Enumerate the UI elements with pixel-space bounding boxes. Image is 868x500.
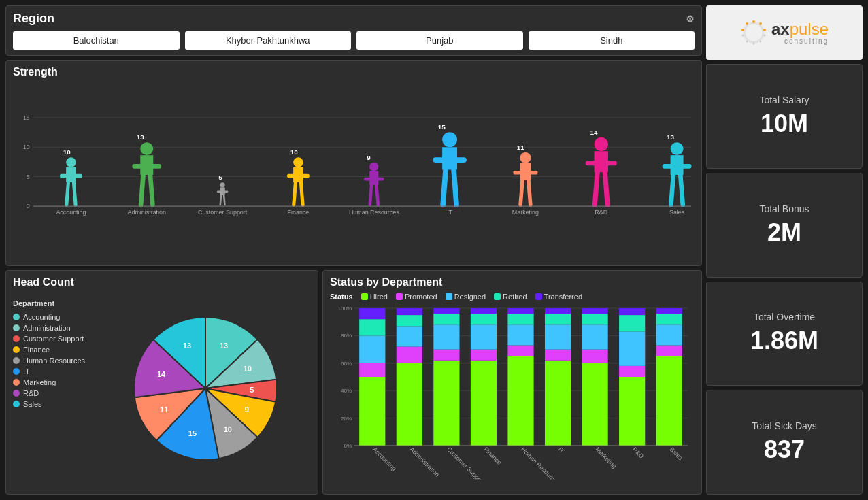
legend-label: Sales bbox=[23, 400, 42, 408]
svg-line-18 bbox=[141, 175, 143, 205]
svg-rect-101 bbox=[397, 326, 422, 346]
svg-text:Accounting: Accounting bbox=[56, 209, 86, 216]
status-legend-label: Retired bbox=[503, 293, 527, 301]
svg-text:20%: 20% bbox=[341, 416, 352, 422]
svg-rect-111 bbox=[471, 361, 497, 446]
svg-line-26 bbox=[224, 195, 224, 205]
pie-legend: Department AccountingAdministrationCusto… bbox=[13, 293, 95, 484]
legend-label: R&D bbox=[23, 389, 39, 397]
svg-text:R&D: R&D bbox=[595, 209, 607, 216]
svg-line-19 bbox=[150, 175, 152, 205]
svg-point-50 bbox=[520, 152, 531, 163]
total-sick-card: Total Sick Days 837 bbox=[706, 390, 863, 495]
svg-rect-105 bbox=[433, 361, 459, 446]
legend-dot bbox=[13, 379, 20, 386]
svg-point-148 bbox=[744, 23, 763, 42]
strength-svg: 05101510Accounting13Administration5Custo… bbox=[13, 82, 695, 256]
svg-text:10: 10 bbox=[63, 148, 71, 156]
strength-panel: Strength 05101510Accounting13Administrat… bbox=[5, 60, 702, 266]
region-btn-balochistan[interactable]: Balochistan bbox=[13, 31, 180, 50]
total-salary-card: Total Salary 10M bbox=[706, 64, 863, 169]
total-overtime-card: Total Overtime 1.86M bbox=[706, 282, 863, 386]
svg-rect-131 bbox=[582, 324, 608, 349]
svg-rect-124 bbox=[545, 350, 571, 361]
svg-text:5: 5 bbox=[27, 173, 30, 180]
svg-rect-144 bbox=[656, 314, 682, 324]
svg-text:11: 11 bbox=[160, 405, 168, 414]
svg-line-46 bbox=[443, 169, 446, 205]
legend-item: IT bbox=[13, 367, 95, 376]
svg-rect-145 bbox=[656, 308, 682, 314]
svg-point-150 bbox=[759, 22, 762, 25]
svg-text:15: 15 bbox=[188, 429, 197, 437]
status-legend-item: Promoted bbox=[396, 293, 437, 301]
svg-line-11 bbox=[67, 182, 69, 205]
settings-icon[interactable]: ⚙ bbox=[686, 14, 695, 24]
svg-text:Finance: Finance bbox=[483, 446, 503, 466]
legend-dot bbox=[13, 324, 20, 331]
svg-text:Sales: Sales bbox=[669, 209, 685, 216]
logo-suffix: pulse bbox=[790, 20, 829, 38]
svg-rect-137 bbox=[619, 331, 645, 365]
status-legend-label: Hired bbox=[370, 293, 388, 301]
svg-rect-123 bbox=[545, 361, 571, 446]
legend-dot bbox=[13, 314, 20, 320]
svg-text:Human Resources: Human Resources bbox=[349, 209, 399, 216]
headcount-content: Department AccountingAdministrationCusto… bbox=[13, 293, 311, 484]
status-color-box bbox=[535, 293, 542, 300]
svg-text:Marketing: Marketing bbox=[594, 446, 618, 469]
bar-chart-container: 0%20%40%60%80%100%AccountingAdministrati… bbox=[330, 305, 695, 480]
svg-point-152 bbox=[763, 35, 765, 37]
svg-point-43 bbox=[442, 132, 457, 147]
svg-rect-136 bbox=[619, 366, 645, 377]
svg-rect-112 bbox=[471, 350, 497, 361]
bottom-row: Head Count Department AccountingAdminist… bbox=[5, 270, 702, 495]
svg-rect-141 bbox=[656, 356, 682, 446]
svg-rect-102 bbox=[397, 315, 422, 326]
svg-point-15 bbox=[140, 142, 153, 155]
svg-rect-113 bbox=[471, 324, 497, 349]
region-btn-sindh[interactable]: Sindh bbox=[529, 31, 695, 50]
svg-text:Finance: Finance bbox=[288, 209, 310, 216]
svg-text:13: 13 bbox=[220, 341, 228, 350]
svg-rect-126 bbox=[545, 314, 571, 324]
svg-rect-129 bbox=[582, 363, 608, 446]
svg-rect-143 bbox=[656, 324, 682, 345]
legend-label: Customer Support bbox=[23, 335, 84, 343]
svg-text:60%: 60% bbox=[341, 361, 352, 367]
svg-rect-109 bbox=[433, 308, 459, 314]
total-overtime-label: Total Overtime bbox=[754, 312, 815, 322]
svg-line-67 bbox=[671, 175, 673, 205]
status-panel: Status by Department Status HiredPromote… bbox=[322, 270, 702, 495]
svg-text:Administration: Administration bbox=[128, 209, 166, 216]
svg-text:9: 9 bbox=[245, 405, 249, 414]
dept-label: Department bbox=[13, 299, 95, 307]
status-color-box bbox=[494, 293, 501, 300]
headcount-title: Head Count bbox=[13, 276, 311, 288]
svg-line-54 bbox=[529, 180, 531, 205]
svg-rect-135 bbox=[619, 377, 645, 446]
strength-chart: 05101510Accounting13Administration5Custo… bbox=[13, 82, 695, 256]
region-panel: Region ⚙ BalochistanKhyber-PakhtunkhwaPu… bbox=[5, 5, 702, 56]
svg-text:10: 10 bbox=[224, 425, 232, 433]
legend-item: Human Resources bbox=[13, 356, 95, 365]
legend-item: Marketing bbox=[13, 378, 95, 386]
status-legend-item: Hired bbox=[361, 293, 388, 301]
logo-card: axpulse consulting bbox=[706, 5, 863, 60]
region-btn-punjab[interactable]: Punjab bbox=[356, 31, 523, 50]
svg-rect-118 bbox=[507, 346, 533, 356]
svg-rect-142 bbox=[656, 346, 682, 356]
svg-point-153 bbox=[759, 41, 761, 43]
svg-text:15: 15 bbox=[23, 114, 30, 121]
svg-point-36 bbox=[369, 163, 378, 171]
region-btn-khyberpakhtunkhwa[interactable]: Khyber-Pakhtunkhwa bbox=[185, 31, 352, 50]
svg-rect-119 bbox=[507, 324, 533, 345]
svg-text:Customer Support: Customer Support bbox=[446, 446, 486, 480]
svg-text:10: 10 bbox=[290, 148, 299, 156]
svg-line-47 bbox=[454, 169, 456, 205]
svg-rect-127 bbox=[545, 308, 571, 314]
svg-rect-139 bbox=[619, 308, 645, 315]
status-color-box bbox=[361, 293, 368, 300]
svg-text:Accounting: Accounting bbox=[371, 446, 398, 472]
svg-rect-94 bbox=[359, 363, 385, 377]
